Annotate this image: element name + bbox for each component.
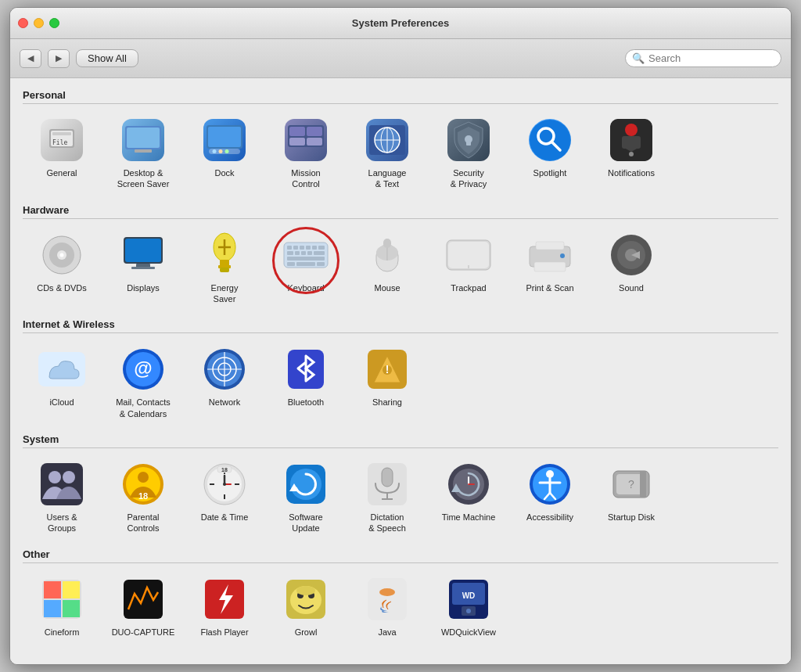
svg-rect-50: [300, 246, 304, 250]
pref-item-dictation-speech[interactable]: Dictation& Speech: [348, 455, 426, 541]
svg-rect-71: [536, 242, 564, 250]
pref-item-time-machine[interactable]: Time Machine: [429, 455, 508, 541]
svg-text:@: @: [134, 358, 152, 379]
section-hardware-title: Hardware: [23, 204, 778, 219]
pref-item-cds-dvds[interactable]: CDs & DVDs: [23, 225, 101, 311]
svg-rect-53: [318, 246, 325, 250]
growl-icon: [282, 576, 329, 623]
svg-rect-8: [208, 127, 241, 147]
section-personal-title: Personal: [23, 89, 778, 104]
general-label: General: [46, 167, 77, 178]
svg-rect-49: [293, 246, 298, 250]
pref-item-mission-control[interactable]: MissionControl: [267, 110, 345, 196]
pref-item-mail-contacts[interactable]: @ Mail, Contacts& Calendars: [104, 340, 182, 426]
mail-contacts-icon: @: [120, 346, 167, 393]
svg-rect-68: [448, 242, 489, 268]
svg-rect-72: [534, 262, 566, 271]
network-label: Network: [209, 397, 240, 408]
svg-rect-44: [220, 268, 229, 272]
pref-item-energy-saver[interactable]: EnergySaver: [185, 225, 264, 311]
pref-item-startup-disk[interactable]: ? Startup Disk: [592, 455, 670, 541]
pref-item-keyboard[interactable]: Keyboard: [267, 225, 345, 311]
dock-icon: [201, 117, 248, 164]
pref-item-dock[interactable]: Dock: [185, 110, 264, 196]
svg-text:File: File: [52, 139, 67, 146]
svg-rect-62: [317, 262, 325, 266]
pref-item-accessibility[interactable]: Accessibility: [511, 455, 589, 541]
svg-point-147: [379, 588, 395, 596]
forward-button[interactable]: ▶: [48, 49, 70, 68]
svg-point-10: [213, 149, 217, 153]
pref-item-sharing[interactable]: ! Sharing: [348, 340, 426, 426]
cds-dvds-label: CDs & DVDs: [37, 282, 87, 293]
pref-item-parental-controls[interactable]: 18 ParentalControls: [104, 455, 182, 541]
pref-item-displays[interactable]: Displays: [104, 225, 182, 311]
svg-text:18: 18: [221, 467, 228, 473]
pref-item-desktop-screensaver[interactable]: Desktop &Screen Saver: [104, 110, 182, 196]
svg-rect-61: [296, 262, 315, 266]
pref-item-wdquickview[interactable]: WD WDQuickView: [429, 570, 508, 644]
pref-item-software-update[interactable]: SoftwareUpdate: [267, 455, 345, 541]
pref-item-notifications[interactable]: Notifications: [592, 110, 670, 196]
svg-rect-146: [368, 578, 407, 620]
svg-rect-40: [131, 267, 155, 269]
pref-item-bluetooth[interactable]: Bluetooth: [267, 340, 345, 426]
pref-item-security-privacy[interactable]: Security& Privacy: [429, 110, 508, 196]
svg-rect-38: [125, 239, 161, 262]
svg-point-36: [60, 253, 64, 257]
java-icon: [364, 576, 411, 623]
pref-item-mouse[interactable]: Mouse: [348, 225, 426, 311]
pref-item-icloud[interactable]: iCloud: [23, 340, 101, 426]
pref-item-network[interactable]: Network: [185, 340, 264, 426]
users-groups-icon: [38, 461, 85, 508]
pref-item-general[interactable]: File General: [23, 110, 101, 196]
traffic-lights: [18, 18, 59, 28]
pref-item-sound[interactable]: Sound: [592, 225, 670, 311]
java-label: Java: [378, 627, 396, 638]
pref-item-cineform[interactable]: Cineform: [23, 570, 101, 644]
section-system-title: System: [23, 433, 778, 448]
svg-rect-6: [135, 149, 152, 153]
language-text-icon: [364, 117, 411, 164]
svg-text:?: ?: [628, 478, 634, 491]
svg-rect-5: [127, 128, 160, 148]
time-machine-icon: [445, 461, 492, 508]
svg-point-29: [625, 124, 638, 136]
mission-control-label: MissionControl: [291, 167, 320, 190]
svg-point-145: [296, 586, 315, 595]
sharing-label: Sharing: [372, 397, 402, 408]
accessibility-label: Accessibility: [526, 512, 573, 523]
close-button[interactable]: [18, 18, 28, 28]
time-machine-label: Time Machine: [442, 512, 496, 523]
pref-item-trackpad[interactable]: Trackpad: [429, 225, 508, 311]
sound-icon: [608, 232, 655, 279]
pref-item-growl[interactable]: Growl: [267, 570, 345, 644]
hardware-items-grid: CDs & DVDs Displays EnergySaver: [23, 225, 778, 311]
show-all-button[interactable]: Show All: [76, 49, 138, 67]
desktop-screensaver-label: Desktop &Screen Saver: [117, 167, 170, 190]
icloud-icon: [38, 346, 85, 393]
other-items-grid: Cineform DUO-CAPTURE Flash Player: [23, 570, 778, 644]
back-button[interactable]: ◀: [20, 49, 41, 68]
pref-item-java[interactable]: Java: [348, 570, 426, 644]
cineform-label: Cineform: [45, 627, 80, 638]
displays-icon: [120, 232, 167, 279]
pref-item-duo-capture[interactable]: DUO-CAPTURE: [104, 570, 182, 644]
minimize-button[interactable]: [34, 18, 44, 28]
pref-item-print-scan[interactable]: Print & Scan: [511, 225, 589, 311]
keyboard-label: Keyboard: [287, 282, 324, 293]
section-internet-wireless: Internet & Wireless iCloud @ Mail, Conta…: [23, 318, 778, 426]
pref-item-language-text[interactable]: Language& Text: [348, 110, 426, 196]
pref-item-spotlight[interactable]: Spotlight: [511, 110, 589, 196]
pref-item-users-groups[interactable]: Users &Groups: [23, 455, 101, 541]
pref-item-date-time[interactable]: 18 Date & Time: [185, 455, 264, 541]
security-privacy-icon: [445, 117, 492, 164]
maximize-button[interactable]: [49, 18, 59, 28]
search-input[interactable]: [648, 52, 774, 64]
system-items-grid: Users &Groups 18 ParentalControls 18 Dat…: [23, 455, 778, 541]
displays-label: Displays: [127, 282, 160, 293]
sharing-icon: !: [364, 346, 411, 393]
svg-rect-48: [287, 246, 292, 250]
pref-item-flash-player[interactable]: Flash Player: [185, 570, 264, 644]
startup-disk-label: Startup Disk: [608, 512, 655, 523]
